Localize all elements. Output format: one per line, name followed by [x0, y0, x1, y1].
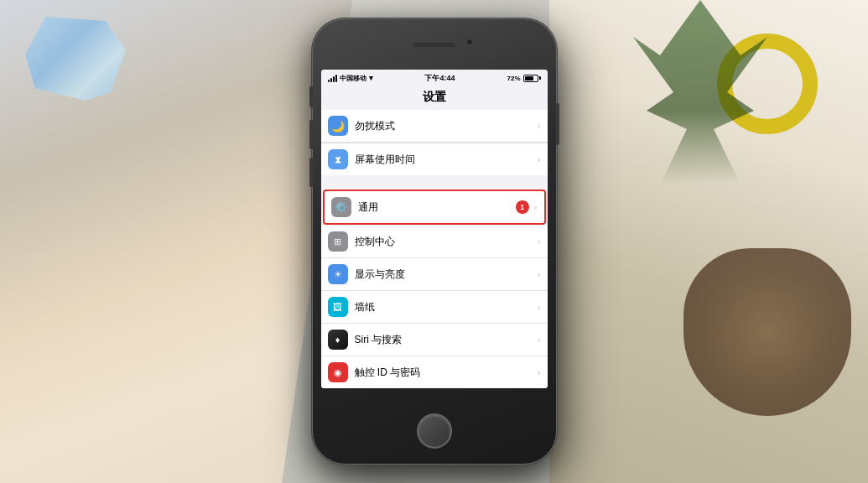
crystal-decoration — [25, 17, 126, 101]
front-camera — [466, 39, 473, 45]
display-label: 显示与亮度 — [355, 267, 536, 282]
chevron-icon: › — [538, 236, 541, 247]
carrier-label: 中国移动 — [340, 74, 366, 83]
phone-body: 中国移动 ▾ 下午4:44 72% 设置 — [313, 19, 556, 464]
touch-id-label: 触控 ID 与密码 — [355, 366, 536, 380]
control-center-label: 控制中心 — [355, 235, 536, 249]
chevron-icon: › — [538, 269, 541, 279]
siri-icon: ♦ — [328, 330, 348, 350]
group-separator — [321, 182, 548, 189]
chevron-icon: › — [534, 202, 538, 212]
settings-item-siri[interactable]: ♦ Siri 与搜索 › — [321, 324, 548, 356]
settings-item-do-not-disturb[interactable]: 🌙 勿扰模式 › — [321, 110, 548, 143]
chevron-icon: › — [538, 367, 541, 377]
wifi-icon: ▾ — [369, 74, 373, 82]
wallpaper-label: 墙纸 — [355, 300, 536, 314]
silent-switch[interactable] — [309, 86, 313, 107]
settings-item-control-center[interactable]: ⊞ 控制中心 › — [321, 226, 548, 258]
home-button[interactable] — [417, 413, 452, 449]
settings-item-touch-id[interactable]: ◉ 触控 ID 与密码 › — [321, 356, 548, 388]
siri-label: Siri 与搜索 — [355, 333, 536, 347]
settings-list: 🌙 勿扰模式 › ⧗ 屏幕使用时间 › — [321, 110, 548, 388]
chevron-icon: › — [538, 121, 541, 131]
status-right: 72% — [507, 75, 540, 82]
signal-bar-1 — [328, 80, 330, 82]
volume-down-button[interactable] — [309, 158, 313, 187]
general-label: 通用 — [358, 200, 516, 215]
touch-id-icon: ◉ — [328, 362, 348, 382]
chevron-icon: › — [538, 154, 541, 164]
earpiece-speaker — [413, 43, 455, 47]
status-left: 中国移动 ▾ — [328, 74, 373, 83]
power-button[interactable] — [556, 103, 559, 145]
chevron-icon: › — [538, 335, 541, 345]
do-not-disturb-label: 勿扰模式 — [355, 119, 536, 133]
signal-bar-4 — [335, 75, 337, 82]
settings-item-wallpaper[interactable]: 🖼 墙纸 › — [321, 291, 548, 324]
settings-group-2: ⚙️ 通用 1 › ⊞ 控制中心 › — [321, 190, 548, 388]
display-icon: ☀ — [328, 264, 348, 284]
status-time: 下午4:44 — [424, 73, 455, 84]
volume-up-button[interactable] — [309, 120, 313, 149]
phone-screen: 中国移动 ▾ 下午4:44 72% 设置 — [321, 70, 548, 388]
general-badge: 1 — [516, 200, 529, 214]
settings-item-screen-time[interactable]: ⧗ 屏幕使用时间 › — [321, 143, 548, 175]
screen-time-icon: ⧗ — [328, 149, 348, 169]
screen-time-label: 屏幕使用时间 — [355, 153, 536, 167]
signal-bar-2 — [330, 78, 332, 82]
control-center-icon: ⊞ — [328, 231, 348, 252]
signal-bar-3 — [333, 76, 335, 82]
do-not-disturb-icon: 🌙 — [328, 116, 348, 136]
settings-item-display[interactable]: ☀ 显示与亮度 › — [321, 258, 548, 291]
chevron-icon: › — [538, 302, 541, 312]
status-bar: 中国移动 ▾ 下午4:44 72% — [321, 70, 548, 86]
phone: 中国移动 ▾ 下午4:44 72% 设置 — [313, 19, 556, 464]
settings-item-general[interactable]: ⚙️ 通用 1 › — [323, 190, 546, 225]
signal-icon — [328, 74, 337, 82]
battery-percent: 72% — [507, 75, 520, 82]
wallpaper-icon: 🖼 — [328, 297, 348, 317]
pine-cone-decoration — [683, 248, 851, 416]
battery-icon — [523, 75, 541, 82]
settings-group-1: 🌙 勿扰模式 › ⧗ 屏幕使用时间 › — [321, 110, 548, 175]
page-title: 设置 — [321, 86, 548, 110]
general-icon: ⚙️ — [331, 197, 351, 217]
